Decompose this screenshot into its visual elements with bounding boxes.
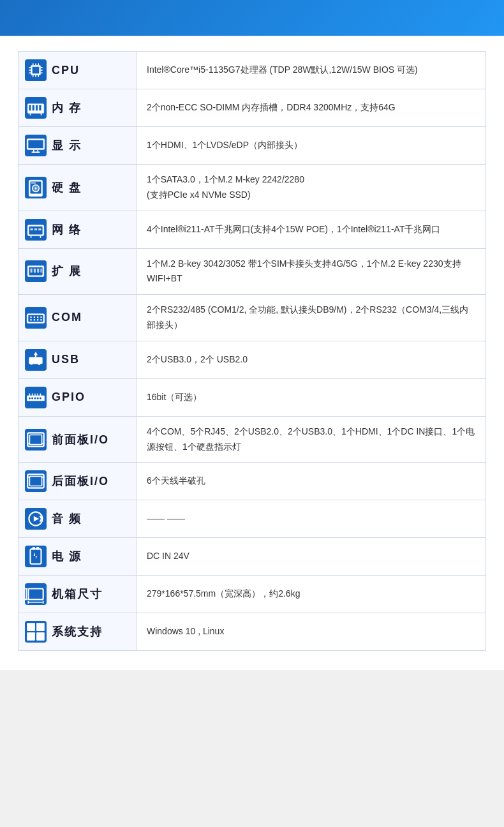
spec-value-cpu: Intel®Core™i5-1135G7处理器 (TDP 28W默认,12W/1…: [137, 52, 485, 89]
svg-point-48: [37, 317, 39, 318]
spec-name-rear-io: 后面板I/O: [52, 473, 109, 489]
svg-rect-41: [34, 269, 36, 272]
spec-name-usb: USB: [52, 353, 80, 366]
front-io-icon: [25, 429, 47, 451]
svg-rect-73: [29, 435, 41, 444]
spec-table: CPUIntel®Core™i5-1135G7处理器 (TDP 28W默认,12…: [18, 51, 486, 651]
spec-label-os: 系统支持: [19, 613, 137, 650]
spec-row-os: 系统支持Windows 10 , Linux: [19, 613, 485, 650]
svg-point-47: [34, 317, 36, 318]
svg-marker-81: [34, 516, 40, 522]
spec-label-gpio: GPIO: [19, 379, 137, 416]
usb-icon: [25, 349, 47, 371]
svg-rect-22: [28, 140, 43, 149]
spec-label-audio: 音 频: [19, 500, 137, 537]
spec-name-cpu: CPU: [52, 64, 80, 77]
spec-name-memory: 内 存: [52, 100, 82, 115]
spec-label-power: 电 源: [19, 538, 137, 575]
svg-point-46: [30, 317, 32, 318]
svg-point-65: [37, 397, 39, 399]
os-icon: [25, 621, 47, 643]
svg-point-62: [29, 397, 31, 399]
spec-label-dimensions: 机箱尺寸: [19, 576, 137, 613]
header-section: [0, 0, 504, 36]
spec-row-memory: 内 存2个non-ECC SO-DIMM 内存插槽，DDR4 3200MHz，支…: [19, 89, 485, 127]
spec-value-power: DC IN 24V: [137, 538, 485, 575]
svg-point-63: [31, 397, 33, 399]
spec-value-usb: 2个USB3.0，2个 USB2.0: [137, 341, 485, 378]
spec-label-memory: 内 存: [19, 89, 137, 126]
svg-point-29: [34, 187, 36, 189]
svg-rect-84: [36, 548, 39, 550]
svg-rect-36: [34, 228, 37, 230]
spec-label-usb: USB: [19, 341, 137, 378]
spec-row-usb: USB2个USB3.0，2个 USB2.0: [19, 341, 485, 379]
com-icon: [25, 307, 47, 329]
spec-row-rear-io: 后面板I/O6个天线半破孔: [19, 463, 485, 500]
expansion-icon: [25, 260, 47, 282]
svg-rect-77: [29, 477, 41, 486]
svg-point-66: [40, 397, 41, 399]
spec-value-rear-io: 6个天线半破孔: [137, 463, 485, 500]
spec-row-cpu: CPUIntel®Core™i5-1135G7处理器 (TDP 28W默认,12…: [19, 52, 485, 89]
svg-rect-83: [33, 548, 35, 550]
svg-rect-30: [31, 182, 36, 183]
spec-value-dimensions: 279*166*57.5mm（宽深高），约2.6kg: [137, 576, 485, 613]
svg-point-52: [37, 319, 39, 321]
spec-name-power: 电 源: [52, 549, 82, 564]
spec-row-expansion: 扩 展1个M.2 B-key 3042/3052 带1个SIM卡接头支持4G/5…: [19, 249, 485, 295]
svg-point-49: [40, 317, 42, 318]
svg-rect-17: [36, 105, 38, 111]
svg-point-60: [38, 363, 40, 365]
spec-label-cpu: CPU: [19, 52, 137, 89]
rear-io-icon: [25, 470, 47, 492]
svg-point-50: [30, 319, 32, 321]
spec-value-audio: —— ——: [137, 500, 485, 537]
spec-row-gpio: GPIO16bit（可选）: [19, 379, 485, 417]
spec-label-expansion: 扩 展: [19, 249, 137, 295]
svg-point-64: [34, 397, 36, 399]
memory-icon: [25, 97, 47, 119]
spec-row-network: 网 络4个Intel®i211-AT千兆网口(支持4个15W POE)，1个In…: [19, 211, 485, 249]
spec-value-front-io: 4个COM、5个RJ45、2个USB2.0、2个USB3.0、1个HDMI、1个…: [137, 417, 485, 463]
spec-value-os: Windows 10 , Linux: [137, 613, 485, 650]
spec-name-front-io: 前面板I/O: [52, 432, 109, 447]
spec-row-display: 显 示1个HDMI、1个LVDS/eDP（内部接头）: [19, 127, 485, 165]
spec-row-com: COM2个RS232/485 (COM1/2, 全功能, 默认接头DB9/M)，…: [19, 295, 485, 341]
spec-label-display: 显 示: [19, 127, 137, 164]
cpu-icon: [25, 59, 47, 81]
page-wrapper: CPUIntel®Core™i5-1135G7处理器 (TDP 28W默认,12…: [0, 0, 504, 670]
svg-rect-94: [27, 632, 35, 641]
svg-rect-42: [37, 269, 39, 272]
spec-name-storage: 硬 盘: [52, 180, 82, 195]
spec-row-dimensions: 机箱尺寸279*166*57.5mm（宽深高），约2.6kg: [19, 576, 485, 613]
svg-rect-85: [28, 589, 43, 600]
spec-name-gpio: GPIO: [52, 391, 85, 404]
spec-value-memory: 2个non-ECC SO-DIMM 内存插槽，DDR4 3200MHz，支持64…: [137, 89, 485, 126]
svg-rect-16: [33, 105, 34, 111]
display-icon: [25, 135, 47, 156]
svg-rect-15: [29, 105, 31, 111]
spec-name-display: 显 示: [52, 138, 82, 153]
svg-rect-18: [39, 105, 41, 111]
svg-rect-95: [36, 632, 45, 641]
spec-label-front-io: 前面板I/O: [19, 417, 137, 463]
spec-label-network: 网 络: [19, 211, 137, 248]
spec-name-com: COM: [52, 311, 82, 324]
spec-row-audio: 音 频—— ——: [19, 500, 485, 538]
svg-rect-45: [28, 315, 43, 322]
spec-name-audio: 音 频: [52, 511, 82, 526]
spec-name-os: 系统支持: [52, 624, 103, 639]
svg-marker-56: [34, 352, 38, 355]
svg-rect-35: [31, 228, 33, 230]
gpio-icon: [25, 387, 47, 408]
svg-point-51: [34, 319, 36, 321]
power-icon: [25, 546, 47, 567]
spec-label-rear-io: 后面板I/O: [19, 463, 137, 500]
spec-name-dimensions: 机箱尺寸: [52, 586, 103, 602]
spec-value-network: 4个Intel®i211-AT千兆网口(支持4个15W POE)，1个Intel…: [137, 211, 485, 248]
spec-row-storage: 硬 盘1个SATA3.0，1个M.2 M-key 2242/2280 (支持PC…: [19, 165, 485, 211]
svg-rect-54: [29, 357, 42, 364]
spec-value-expansion: 1个M.2 B-key 3042/3052 带1个SIM卡接头支持4G/5G，1…: [137, 249, 485, 295]
spec-value-storage: 1个SATA3.0，1个M.2 M-key 2242/2280 (支持PCIe …: [137, 165, 485, 211]
